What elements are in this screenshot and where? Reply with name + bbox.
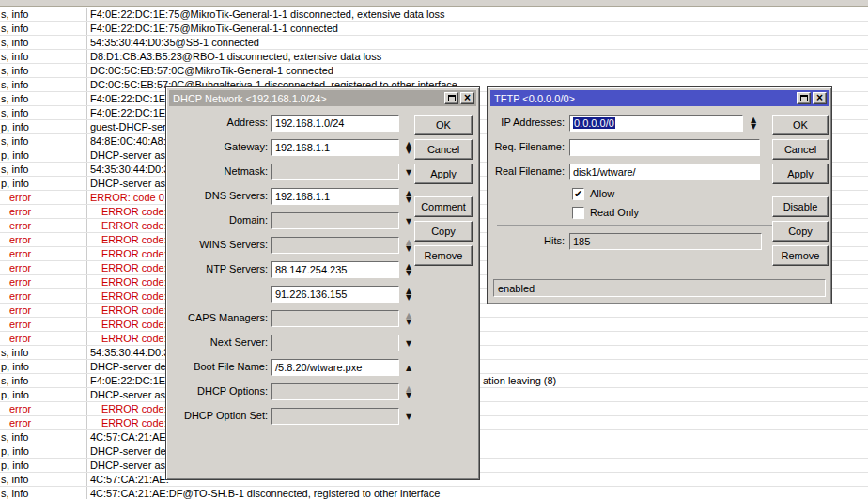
- dhcp-field-label: CAPS Managers:: [170, 310, 268, 327]
- log-row[interactable]: s, info4C:57:CA:21:AE:DF@TO-SH.B-1 disco…: [0, 487, 868, 499]
- maximize-button[interactable]: [444, 92, 458, 104]
- log-message-cell: F4:0E:22:DC:1E:75@MikroTik-General-1-1 c…: [90, 22, 338, 35]
- comment-button[interactable]: Comment: [414, 196, 473, 217]
- log-message-cell: 4C:57:CA:21:AE:DF@TO-SH.B-1 disconnected…: [90, 487, 440, 499]
- dhcp-field-input[interactable]: [271, 310, 399, 327]
- hits-label: Hits:: [491, 233, 565, 250]
- cancel-button[interactable]: Cancel: [414, 139, 473, 160]
- dhcp-field-input[interactable]: [271, 237, 399, 254]
- log-row[interactable]: s, info54:35:30:44:D0:35@SB-1 connected: [0, 36, 868, 50]
- log-message-cell: ERROR: code 0: [90, 191, 164, 204]
- dhcp-field-label: Gateway:: [170, 139, 268, 156]
- copy-button[interactable]: Copy: [772, 221, 829, 242]
- log-topics-cell: s, info: [0, 134, 87, 148]
- log-topics-cell: error: [0, 205, 87, 218]
- dhcp-field-input[interactable]: 192.168.1.1: [271, 139, 399, 156]
- log-message-cell: 54:35:30:44:D0:3: [90, 346, 169, 359]
- spinner-arrows[interactable]: ▲▼: [401, 286, 416, 303]
- log-message-cell: ERROR code:: [101, 233, 167, 246]
- dhcp-field-input[interactable]: [271, 212, 399, 229]
- dhcp-field-input[interactable]: 192.168.1.1: [271, 188, 399, 205]
- log-topics-cell: error: [0, 332, 87, 345]
- spinner-arrows[interactable]: ▼: [401, 408, 416, 425]
- dhcp-field-input[interactable]: 88.147.254.235: [271, 261, 399, 278]
- cancel-button[interactable]: Cancel: [772, 139, 829, 160]
- spinner-down-icon: ▼: [406, 148, 411, 154]
- spinner-down-icon: ▼: [406, 392, 411, 398]
- tftp-field-input[interactable]: [569, 139, 760, 156]
- log-topics-cell: p, info: [0, 120, 87, 133]
- log-message-cell: ERROR code:: [101, 205, 167, 218]
- apply-button[interactable]: Apply: [772, 164, 829, 184]
- maximize-button[interactable]: [797, 92, 811, 104]
- spinner-arrows[interactable]: ▲▼: [746, 115, 761, 132]
- spinner-down-icon: ▼: [406, 270, 411, 276]
- dhcp-dialog-title: DHCP Network <192.168.1.0/24>: [173, 93, 327, 104]
- log-message-cell: ERROR code:: [101, 275, 167, 288]
- remove-button[interactable]: Remove: [414, 245, 473, 266]
- log-topics-cell: p, info: [0, 360, 87, 373]
- log-message-cell: F4:0E:22:DC:1E:: [90, 92, 168, 105]
- dhcp-field-input[interactable]: [271, 383, 399, 400]
- checkbox-box-icon: ✔: [572, 188, 584, 200]
- spinner-arrows[interactable]: ▲▼: [401, 383, 416, 400]
- log-topics-cell: p, info: [0, 459, 87, 472]
- dhcp-field-input[interactable]: 91.226.136.155: [271, 286, 399, 303]
- tftp-dialog-titlebar[interactable]: TFTP <0.0.0.0/0> ×: [490, 90, 829, 106]
- log-topics-cell: p, info: [0, 388, 87, 401]
- dhcp-field-label: DHCP Option Set:: [170, 408, 268, 425]
- log-topics-cell: error: [0, 219, 87, 232]
- log-topics-cell: s, info: [0, 473, 87, 486]
- dhcp-field-input[interactable]: [271, 164, 399, 180]
- spinner-down-icon: ▼: [406, 218, 411, 225]
- dhcp-field-input[interactable]: 192.168.1.0/24: [271, 115, 399, 132]
- log-message-cell: DHCP-server dea: [90, 360, 172, 373]
- ok-button[interactable]: OK: [414, 115, 473, 135]
- spinner-down-icon: ▼: [406, 294, 411, 301]
- ok-button[interactable]: OK: [772, 115, 829, 135]
- dhcp-field-label: Netmask:: [170, 164, 268, 180]
- log-topics-cell: error: [0, 261, 87, 274]
- log-topics-cell: error: [0, 416, 87, 429]
- spinner-arrows[interactable]: ▼: [401, 335, 416, 351]
- tftp-field-input[interactable]: 0.0.0.0/0: [569, 115, 743, 132]
- log-topics-cell: p, info: [0, 148, 87, 162]
- log-row[interactable]: s, infoF4:0E:22:DC:1E:75@MikroTik-Genera…: [0, 8, 868, 22]
- log-message-cell: F4:0E:22:DC:1E:75@MikroTik-General-1-1 d…: [90, 8, 445, 21]
- read-only-checkbox[interactable]: Read Only: [572, 206, 639, 219]
- spinner-arrows[interactable]: ▲: [401, 359, 416, 376]
- log-row[interactable]: s, infoDC:0C:5C:EB:57:0C@MikroTik-Genera…: [0, 64, 868, 78]
- log-topics-cell: s, info: [0, 106, 87, 119]
- close-button[interactable]: ×: [460, 92, 474, 104]
- dhcp-field-label: Domain:: [170, 212, 268, 229]
- log-message-cell: 84:8E:0C:40:A8:9: [90, 134, 172, 148]
- remove-button[interactable]: Remove: [772, 245, 829, 266]
- maximize-icon: [448, 95, 456, 101]
- maximize-icon: [800, 95, 808, 101]
- log-topics-cell: error: [0, 318, 87, 331]
- dhcp-field-label: WINS Servers:: [170, 237, 268, 254]
- log-message-cell: F4:0E:22:DC:1E:: [90, 106, 168, 119]
- dhcp-field-input[interactable]: /5.8.20/wtware.pxe: [271, 359, 399, 376]
- dhcp-field-input[interactable]: [271, 335, 399, 351]
- allow-checkbox[interactable]: ✔Allow: [572, 187, 614, 200]
- dhcp-dialog-titlebar[interactable]: DHCP Network <192.168.1.0/24> ×: [169, 90, 476, 106]
- spinner-down-icon: ▼: [406, 245, 411, 252]
- dhcp-field-input[interactable]: [271, 408, 399, 425]
- hits-field: 185: [569, 233, 762, 250]
- log-topics-cell: error: [0, 289, 87, 303]
- log-row[interactable]: s, infoD8:D1:CB:A3:B5:23@RBO-1 disconnec…: [0, 50, 868, 64]
- log-topics-cell: s, info: [0, 487, 87, 499]
- log-message-cell: ERROR code:: [101, 289, 167, 303]
- disable-button[interactable]: Disable: [772, 196, 829, 217]
- close-button[interactable]: ×: [813, 92, 827, 104]
- spinner-arrows[interactable]: ▲▼: [401, 310, 416, 327]
- tftp-field-input[interactable]: disk1/wtware/: [569, 164, 760, 180]
- log-row[interactable]: s, infoF4:0E:22:DC:1E:75@MikroTik-Genera…: [0, 22, 868, 36]
- copy-button[interactable]: Copy: [414, 221, 473, 242]
- apply-button[interactable]: Apply: [414, 164, 473, 184]
- log-topics-cell: error: [0, 304, 87, 317]
- spinner-down-icon: ▼: [406, 319, 411, 325]
- spinner-down-icon: ▼: [406, 196, 411, 203]
- log-message-cell: 54:35:30:44:D0:3: [90, 163, 169, 176]
